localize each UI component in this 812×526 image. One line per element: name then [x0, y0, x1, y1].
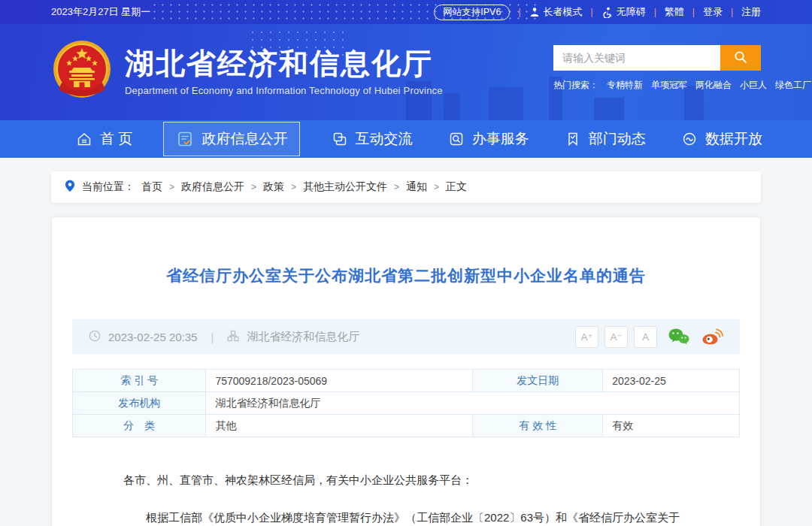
article-meta-bar: 2023-02-25 20:35 | 湖北省经济和信息化厅 A⁺ A⁻ A — [72, 319, 740, 354]
search-button[interactable] — [720, 45, 761, 71]
location-pin-icon — [65, 180, 75, 195]
organization-icon — [227, 330, 239, 344]
weibo-share-icon[interactable] — [701, 328, 723, 346]
breadcrumb-item-home[interactable]: 首页 — [141, 180, 162, 194]
category-value: 其他 — [206, 415, 473, 437]
hot-search-row: 热门搜索： 专精特新 单项冠军 两化融合 小巨人 绿色工厂 — [553, 79, 761, 92]
article-body: 各市、州、直管市、神农架林区经信局，有关中小企业公共服务平台： 根据工信部《优质… — [72, 467, 740, 526]
current-date: 2023年2月27日 星期一 — [51, 5, 150, 19]
article-title: 省经信厅办公室关于公布湖北省第二批创新型中小企业名单的通告 — [52, 217, 760, 286]
body-paragraph: 各市、州、直管市、神农架林区经信局，有关中小企业公共服务平台： — [123, 467, 689, 492]
person-icon — [529, 7, 540, 17]
clock-icon — [89, 330, 101, 344]
home-icon — [76, 131, 92, 147]
info-disclosure-icon — [176, 130, 194, 148]
department-news-icon — [565, 131, 581, 147]
breadcrumb-item-policy[interactable]: 政策 — [263, 180, 284, 194]
breadcrumb-item-notice[interactable]: 通知 — [406, 180, 427, 194]
hot-keyword[interactable]: 单项冠军 — [651, 79, 687, 92]
nav-item-interaction[interactable]: 互动交流 — [327, 120, 417, 158]
accessibility-link[interactable]: 无障碍 — [601, 5, 646, 19]
services-icon — [448, 131, 465, 147]
breadcrumb: 当前位置： 首页 > 政府信息公开 > 政策 > 其他主动公开文件 > 通知 >… — [51, 171, 761, 203]
publisher-value: 湖北省经济和信息化厅 — [206, 392, 740, 415]
publisher-label: 发布机构 — [73, 392, 206, 415]
breadcrumb-item-gov-info[interactable]: 政府信息公开 — [181, 180, 244, 194]
hot-keyword[interactable]: 两化融合 — [695, 79, 732, 92]
nav-item-department-news[interactable]: 部门动态 — [560, 120, 650, 158]
wechat-share-icon[interactable] — [668, 328, 690, 346]
search-input[interactable] — [553, 45, 720, 71]
site-header: 湖北省经济和信息化厅 Department of Economy and Inf… — [0, 24, 812, 120]
nav-item-home[interactable]: 首 页 — [71, 120, 137, 158]
top-bar: 2023年2月27日 星期一 网站支持IPV6 | 长者模式 | 无障碍 | 繁… — [0, 0, 812, 24]
hot-keyword[interactable]: 绿色工厂 — [775, 79, 811, 92]
accessibility-icon — [601, 7, 613, 18]
index-number-value: 757009218/2023-05069 — [206, 370, 473, 392]
search-icon — [734, 50, 747, 66]
login-link[interactable]: 登录 — [703, 5, 723, 19]
traditional-chinese-link[interactable]: 繁體 — [665, 5, 684, 19]
body-paragraph: 根据工信部《优质中小企业梯度培育管理暂行办法》（工信部企业〔2022〕63号）和… — [123, 505, 689, 526]
site-title: 湖北省经济和信息化厅 — [125, 48, 443, 80]
publish-datetime: 2023-02-25 20:35 — [108, 331, 197, 343]
breadcrumb-item-current: 正文 — [446, 180, 467, 194]
table-row: 分 类 其他 有 效 性 有效 — [73, 415, 740, 437]
nav-item-open-data[interactable]: 数据开放 — [677, 120, 767, 158]
validity-value: 有效 — [603, 415, 740, 437]
nav-item-gov-info-disclosure[interactable]: 政府信息公开 — [163, 122, 300, 156]
open-data-icon — [681, 131, 698, 147]
font-reset-button[interactable]: A — [634, 326, 657, 348]
publish-source: 湖北省经济和信息化厅 — [247, 330, 359, 344]
article-card: 省经信厅办公室关于公布湖北省第二批创新型中小企业名单的通告 2023-02-25… — [51, 216, 761, 526]
table-row: 发布机构 湖北省经济和信息化厅 — [73, 392, 740, 415]
document-info-table: 索 引 号 757009218/2023-05069 发文日期 2023-02-… — [72, 369, 740, 437]
index-number-label: 索 引 号 — [73, 370, 206, 392]
national-emblem-logo — [51, 38, 113, 107]
validity-label: 有 效 性 — [473, 415, 603, 437]
elder-mode-link[interactable]: 长者模式 — [529, 5, 583, 19]
search-area: 热门搜索： 专精特新 单项冠军 两化融合 小巨人 绿色工厂 — [553, 45, 761, 92]
category-label: 分 类 — [73, 415, 206, 437]
hot-search-label: 热门搜索： — [553, 79, 598, 92]
issue-date-label: 发文日期 — [473, 370, 603, 392]
site-brand[interactable]: 湖北省经济和信息化厅 Department of Economy and Inf… — [51, 38, 443, 107]
nav-item-services[interactable]: 办事服务 — [444, 120, 534, 158]
interaction-icon — [332, 131, 348, 147]
breadcrumb-item-other-files[interactable]: 其他主动公开文件 — [303, 180, 387, 194]
site-subtitle: Department of Economy and Information Te… — [125, 85, 443, 96]
breadcrumb-label: 当前位置： — [82, 180, 135, 194]
hot-keyword[interactable]: 小巨人 — [740, 79, 767, 92]
font-smaller-button[interactable]: A⁻ — [604, 326, 628, 348]
issue-date-value: 2023-02-25 — [603, 370, 740, 392]
main-nav: 首 页 政府信息公开 互动交流 办事服务 部门动态 数据开放 — [0, 120, 812, 158]
table-row: 索 引 号 757009218/2023-05069 发文日期 2023-02-… — [73, 370, 740, 392]
hot-keyword[interactable]: 专精特新 — [607, 79, 643, 92]
ipv6-badge[interactable]: 网站支持IPV6 — [434, 5, 510, 20]
font-larger-button[interactable]: A⁺ — [575, 326, 598, 348]
register-link[interactable]: 注册 — [741, 5, 761, 19]
